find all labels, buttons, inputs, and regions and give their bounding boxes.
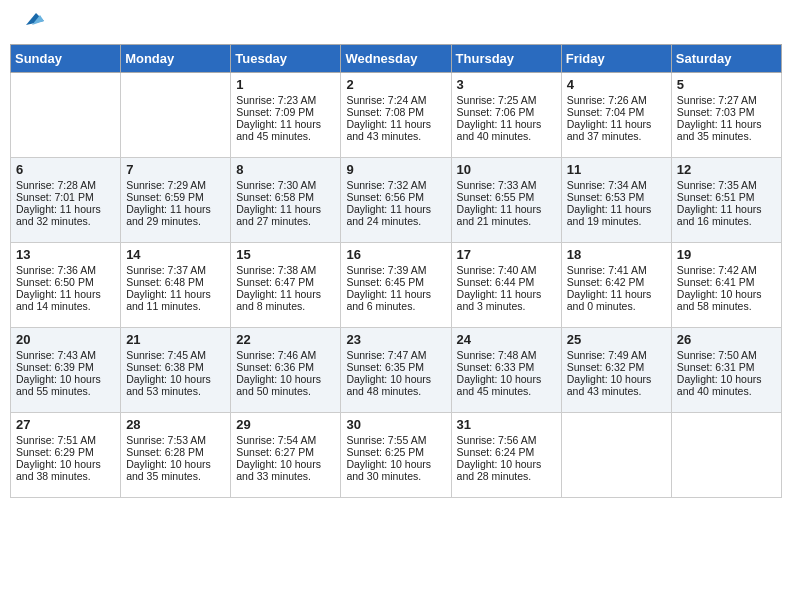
sunrise-text: Sunrise: 7:41 AM [567,264,666,276]
sunset-text: Sunset: 6:24 PM [457,446,556,458]
sunrise-text: Sunrise: 7:38 AM [236,264,335,276]
sunset-text: Sunset: 6:25 PM [346,446,445,458]
daylight-text: Daylight: 10 hours and 38 minutes. [16,458,115,482]
daylight-text: Daylight: 11 hours and 35 minutes. [677,118,776,142]
daylight-text: Daylight: 10 hours and 40 minutes. [677,373,776,397]
day-number: 31 [457,417,556,432]
daylight-text: Daylight: 10 hours and 30 minutes. [346,458,445,482]
daylight-text: Daylight: 11 hours and 0 minutes. [567,288,666,312]
calendar-cell: 20Sunrise: 7:43 AMSunset: 6:39 PMDayligh… [11,328,121,413]
calendar-cell: 29Sunrise: 7:54 AMSunset: 6:27 PMDayligh… [231,413,341,498]
sunrise-text: Sunrise: 7:34 AM [567,179,666,191]
calendar-cell: 8Sunrise: 7:30 AMSunset: 6:58 PMDaylight… [231,158,341,243]
calendar-cell: 17Sunrise: 7:40 AMSunset: 6:44 PMDayligh… [451,243,561,328]
calendar-cell: 23Sunrise: 7:47 AMSunset: 6:35 PMDayligh… [341,328,451,413]
day-number: 2 [346,77,445,92]
sunrise-text: Sunrise: 7:45 AM [126,349,225,361]
daylight-text: Daylight: 10 hours and 35 minutes. [126,458,225,482]
calendar-cell: 16Sunrise: 7:39 AMSunset: 6:45 PMDayligh… [341,243,451,328]
daylight-text: Daylight: 10 hours and 28 minutes. [457,458,556,482]
sunrise-text: Sunrise: 7:40 AM [457,264,556,276]
sunset-text: Sunset: 6:51 PM [677,191,776,203]
day-number: 3 [457,77,556,92]
calendar-cell: 19Sunrise: 7:42 AMSunset: 6:41 PMDayligh… [671,243,781,328]
day-number: 18 [567,247,666,262]
day-number: 28 [126,417,225,432]
calendar-cell: 4Sunrise: 7:26 AMSunset: 7:04 PMDaylight… [561,73,671,158]
sunset-text: Sunset: 6:59 PM [126,191,225,203]
calendar-cell [121,73,231,158]
daylight-text: Daylight: 11 hours and 29 minutes. [126,203,225,227]
daylight-text: Daylight: 11 hours and 37 minutes. [567,118,666,142]
sunset-text: Sunset: 6:35 PM [346,361,445,373]
calendar-cell: 21Sunrise: 7:45 AMSunset: 6:38 PMDayligh… [121,328,231,413]
sunrise-text: Sunrise: 7:39 AM [346,264,445,276]
daylight-text: Daylight: 11 hours and 19 minutes. [567,203,666,227]
daylight-text: Daylight: 11 hours and 32 minutes. [16,203,115,227]
sunset-text: Sunset: 6:53 PM [567,191,666,203]
sunrise-text: Sunrise: 7:54 AM [236,434,335,446]
sunset-text: Sunset: 7:09 PM [236,106,335,118]
calendar-cell: 9Sunrise: 7:32 AMSunset: 6:56 PMDaylight… [341,158,451,243]
day-header-thursday: Thursday [451,45,561,73]
sunrise-text: Sunrise: 7:46 AM [236,349,335,361]
calendar-cell: 15Sunrise: 7:38 AMSunset: 6:47 PMDayligh… [231,243,341,328]
calendar-cell: 28Sunrise: 7:53 AMSunset: 6:28 PMDayligh… [121,413,231,498]
logo [20,15,44,29]
day-number: 20 [16,332,115,347]
daylight-text: Daylight: 10 hours and 58 minutes. [677,288,776,312]
day-number: 19 [677,247,776,262]
daylight-text: Daylight: 11 hours and 8 minutes. [236,288,335,312]
calendar-cell: 12Sunrise: 7:35 AMSunset: 6:51 PMDayligh… [671,158,781,243]
day-number: 4 [567,77,666,92]
sunrise-text: Sunrise: 7:55 AM [346,434,445,446]
sunrise-text: Sunrise: 7:25 AM [457,94,556,106]
calendar-cell: 30Sunrise: 7:55 AMSunset: 6:25 PMDayligh… [341,413,451,498]
daylight-text: Daylight: 11 hours and 11 minutes. [126,288,225,312]
logo-icon [22,11,44,29]
calendar-cell: 25Sunrise: 7:49 AMSunset: 6:32 PMDayligh… [561,328,671,413]
daylight-text: Daylight: 11 hours and 3 minutes. [457,288,556,312]
day-number: 16 [346,247,445,262]
day-number: 11 [567,162,666,177]
calendar-cell [671,413,781,498]
week-row-1: 1Sunrise: 7:23 AMSunset: 7:09 PMDaylight… [11,73,782,158]
sunset-text: Sunset: 6:41 PM [677,276,776,288]
sunset-text: Sunset: 6:47 PM [236,276,335,288]
daylight-text: Daylight: 11 hours and 6 minutes. [346,288,445,312]
day-number: 9 [346,162,445,177]
daylight-text: Daylight: 11 hours and 45 minutes. [236,118,335,142]
calendar-table: SundayMondayTuesdayWednesdayThursdayFrid… [10,44,782,498]
day-header-sunday: Sunday [11,45,121,73]
sunrise-text: Sunrise: 7:49 AM [567,349,666,361]
day-number: 26 [677,332,776,347]
week-row-4: 20Sunrise: 7:43 AMSunset: 6:39 PMDayligh… [11,328,782,413]
sunrise-text: Sunrise: 7:53 AM [126,434,225,446]
day-number: 29 [236,417,335,432]
day-number: 24 [457,332,556,347]
sunset-text: Sunset: 6:38 PM [126,361,225,373]
day-number: 22 [236,332,335,347]
sunrise-text: Sunrise: 7:42 AM [677,264,776,276]
day-number: 1 [236,77,335,92]
calendar-cell: 11Sunrise: 7:34 AMSunset: 6:53 PMDayligh… [561,158,671,243]
daylight-text: Daylight: 11 hours and 43 minutes. [346,118,445,142]
calendar-cell: 7Sunrise: 7:29 AMSunset: 6:59 PMDaylight… [121,158,231,243]
sunrise-text: Sunrise: 7:35 AM [677,179,776,191]
daylight-text: Daylight: 10 hours and 33 minutes. [236,458,335,482]
day-number: 8 [236,162,335,177]
daylight-text: Daylight: 11 hours and 16 minutes. [677,203,776,227]
day-number: 21 [126,332,225,347]
calendar-cell: 6Sunrise: 7:28 AMSunset: 7:01 PMDaylight… [11,158,121,243]
sunset-text: Sunset: 6:28 PM [126,446,225,458]
daylight-text: Daylight: 10 hours and 50 minutes. [236,373,335,397]
sunrise-text: Sunrise: 7:56 AM [457,434,556,446]
day-number: 30 [346,417,445,432]
page-header [10,10,782,34]
sunset-text: Sunset: 6:42 PM [567,276,666,288]
calendar-cell: 26Sunrise: 7:50 AMSunset: 6:31 PMDayligh… [671,328,781,413]
calendar-cell: 2Sunrise: 7:24 AMSunset: 7:08 PMDaylight… [341,73,451,158]
day-header-saturday: Saturday [671,45,781,73]
day-number: 5 [677,77,776,92]
week-row-5: 27Sunrise: 7:51 AMSunset: 6:29 PMDayligh… [11,413,782,498]
